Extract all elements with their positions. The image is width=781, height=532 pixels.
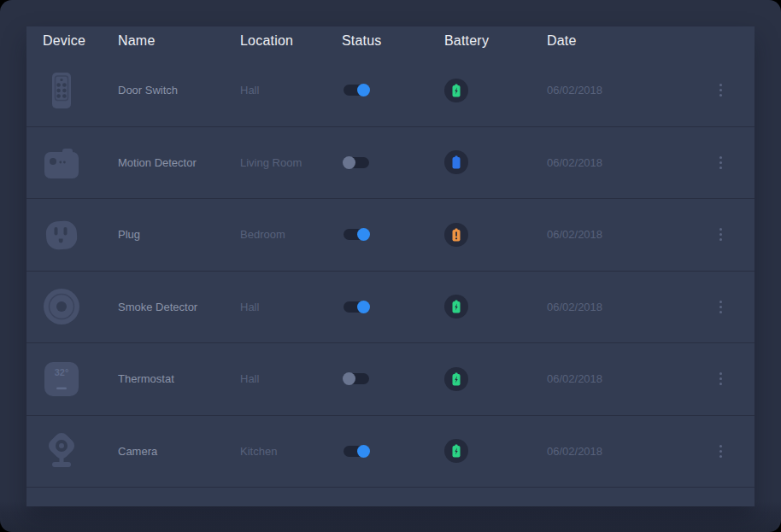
device-location: Living Room: [240, 156, 342, 169]
column-header-device: Device: [26, 33, 118, 49]
status-toggle[interactable]: [344, 373, 369, 384]
toggle-knob: [357, 84, 370, 96]
table-body: Door Switch Hall 06/02/2018 Motion Detec…: [26, 55, 755, 488]
device-date: 06/02/2018: [547, 156, 702, 169]
column-header-location: Location: [240, 33, 342, 49]
kebab-menu-icon[interactable]: [717, 370, 725, 388]
toggle-knob: [357, 445, 370, 458]
device-location: Hall: [240, 301, 342, 313]
toggle-knob: [343, 156, 355, 169]
status-toggle[interactable]: [344, 301, 369, 313]
remote-icon: [43, 72, 80, 109]
table-row: Door Switch Hall 06/02/2018: [26, 55, 755, 127]
table-row: 32° Thermostat Hall 06/02/2018: [26, 343, 755, 416]
motion-detector-icon: [43, 143, 80, 181]
battery-charging-green-icon: [444, 79, 468, 102]
kebab-menu-icon[interactable]: [717, 154, 725, 172]
battery-charging-green-icon: [444, 295, 468, 319]
thermostat-icon: 32°: [43, 360, 80, 398]
battery-charging-green-icon: [444, 439, 468, 463]
status-toggle[interactable]: [344, 157, 369, 168]
table-header: Device Name Location Status Battery Date: [26, 26, 755, 55]
battery-charging-green-icon: [444, 367, 468, 391]
kebab-menu-icon[interactable]: [717, 81, 725, 99]
toggle-knob: [343, 372, 355, 385]
smoke-detector-icon: [43, 288, 80, 325]
device-date: 06/02/2018: [547, 372, 702, 385]
device-name: Camera: [118, 445, 240, 458]
battery-alert-orange-icon: [444, 223, 468, 247]
device-table-card: Device Name Location Status Battery Date…: [26, 26, 755, 506]
device-name: Plug: [118, 228, 240, 241]
toggle-knob: [357, 228, 370, 241]
device-name: Motion Detector: [118, 156, 240, 169]
table-row: Camera Kitchen 06/02/2018: [26, 416, 755, 488]
device-location: Bedroom: [240, 228, 342, 241]
column-header-battery: Battery: [444, 33, 547, 49]
plug-icon: [43, 216, 80, 254]
column-header-name: Name: [118, 33, 240, 49]
device-location: Hall: [240, 372, 342, 385]
table-row: Smoke Detector Hall 06/02/2018: [26, 272, 755, 344]
column-header-status: Status: [342, 33, 444, 49]
device-name: Thermostat: [118, 372, 240, 385]
table-row: Motion Detector Living Room 06/02/2018: [26, 127, 755, 200]
device-location: Hall: [240, 84, 342, 96]
device-date: 06/02/2018: [547, 84, 702, 96]
svg-text:32°: 32°: [55, 366, 69, 377]
camera-icon: [43, 432, 80, 470]
status-toggle[interactable]: [344, 229, 369, 240]
device-name: Door Switch: [118, 84, 240, 96]
kebab-menu-icon[interactable]: [717, 298, 725, 316]
battery-full-blue-icon: [444, 150, 468, 174]
device-date: 06/02/2018: [547, 445, 702, 458]
device-date: 06/02/2018: [547, 228, 702, 241]
table-row: Plug Bedroom 06/02/2018: [26, 199, 755, 272]
status-toggle[interactable]: [344, 446, 369, 457]
status-toggle[interactable]: [344, 85, 369, 96]
device-name: Smoke Detector: [118, 301, 240, 313]
kebab-menu-icon[interactable]: [717, 225, 725, 243]
device-date: 06/02/2018: [547, 301, 702, 313]
column-header-date: Date: [547, 33, 702, 49]
kebab-menu-icon[interactable]: [717, 442, 725, 460]
device-location: Kitchen: [240, 445, 342, 458]
app-window: Device Name Location Status Battery Date…: [0, 0, 781, 532]
toggle-knob: [357, 301, 370, 313]
